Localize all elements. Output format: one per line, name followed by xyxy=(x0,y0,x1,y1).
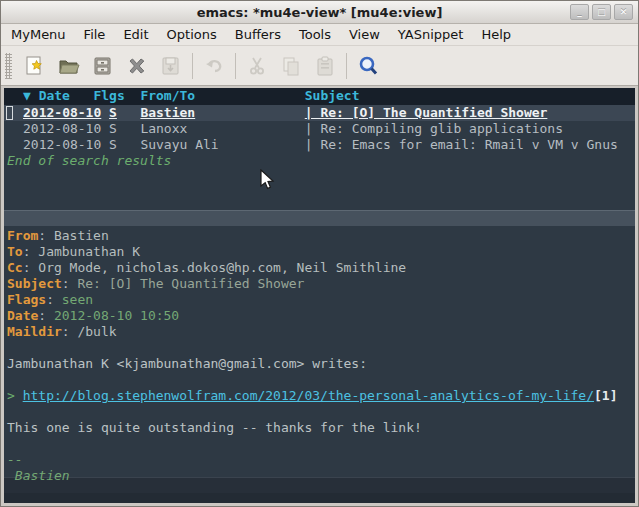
field-label-cc: Cc xyxy=(7,260,23,275)
message-row[interactable]: 2012-08-10 S Suvayu Ali | Re: Emacs for … xyxy=(4,137,635,153)
column-from[interactable]: From/To xyxy=(140,88,304,105)
row-date: 2012-08-10 xyxy=(23,105,109,121)
menu-bar: MyMenu File Edit Options Buffers Tools V… xyxy=(1,24,638,46)
save-button[interactable] xyxy=(86,50,120,82)
menu-buffers[interactable]: Buffers xyxy=(235,27,281,42)
message-row-selected[interactable]: 2012-08-10 S Bastien | Re: [O] The Quant… xyxy=(4,105,635,121)
row-subject: | Re: [O] The Quantified Shower xyxy=(305,105,548,121)
column-subject[interactable]: Subject xyxy=(305,88,360,105)
menu-view[interactable]: View xyxy=(349,27,380,42)
toolbar-separator xyxy=(235,53,236,79)
field-label-subject: Subject xyxy=(7,276,62,291)
field-separator: : xyxy=(38,308,54,323)
row-from: Lanoxx xyxy=(140,121,304,137)
headers-column-header: ▼ Date Flgs From/To Subject xyxy=(4,88,635,105)
field-value-to[interactable]: Jambunathan K xyxy=(38,244,140,259)
paste-button[interactable] xyxy=(308,50,342,82)
row-subject: | Re: Compiling glib applications xyxy=(305,121,563,137)
mu4e-headers-buffer[interactable]: ▼ Date Flgs From/To Subject 2012-08-10 S… xyxy=(4,88,635,210)
row-flags: S xyxy=(109,121,140,137)
tool-bar xyxy=(1,46,638,86)
cut-button[interactable] xyxy=(240,50,274,82)
minimize-button[interactable]: _ xyxy=(570,4,589,20)
copy-icon xyxy=(279,54,303,78)
undo-icon xyxy=(202,54,226,78)
menu-help[interactable]: Help xyxy=(481,27,511,42)
menu-options[interactable]: Options xyxy=(167,27,217,42)
column-flags[interactable]: Flgs xyxy=(93,88,140,105)
field-label-from: From xyxy=(7,228,38,243)
field-separator: : xyxy=(23,244,39,259)
row-from: Suvayu Ali xyxy=(140,137,304,153)
row-flags: S xyxy=(109,105,140,121)
quote-prefix: > xyxy=(7,388,23,403)
field-value-flags: seen xyxy=(62,292,93,307)
open-folder-button[interactable] xyxy=(52,50,86,82)
body-writes-line: Jambunathan K <kjambunathan@gmail.com> w… xyxy=(7,356,635,372)
end-of-search-message: End of search results xyxy=(4,153,635,169)
toolbar-separator xyxy=(192,53,193,79)
close-button[interactable]: ✕ xyxy=(614,4,633,20)
field-label-date: Date xyxy=(7,308,38,323)
field-label-maildir: Maildir xyxy=(7,324,62,339)
search-icon xyxy=(356,54,380,78)
row-from: Bastien xyxy=(140,105,304,121)
menu-yasnippet[interactable]: YASnippet xyxy=(398,27,464,42)
body-comment-line: This one is quite outstanding -- thanks … xyxy=(7,420,635,436)
copy-button[interactable] xyxy=(274,50,308,82)
toolbar-separator xyxy=(346,53,347,79)
field-separator: : xyxy=(46,292,62,307)
field-value-subject: Re: [O] The Quantified Shower xyxy=(77,276,304,291)
delete-x-icon xyxy=(125,54,149,78)
field-value-cc[interactable]: Org Mode, nicholas.dokos@hp.com, Neil Sm… xyxy=(38,260,406,275)
menu-tools[interactable]: Tools xyxy=(299,27,331,42)
emacs-frame: ▼ Date Flgs From/To Subject 2012-08-10 S… xyxy=(4,88,635,503)
row-flags: S xyxy=(109,137,140,153)
field-separator: : xyxy=(38,228,54,243)
link-footnote-number: [1] xyxy=(594,388,617,403)
field-separator: : xyxy=(62,324,78,339)
text-cursor xyxy=(6,106,13,120)
field-separator: : xyxy=(23,260,39,275)
paste-clipboard-icon xyxy=(313,54,337,78)
row-date: 2012-08-10 xyxy=(23,137,109,153)
mu4e-view-buffer[interactable]: From: Bastien To: Jambunathan K Cc: Org … xyxy=(4,226,635,477)
search-button[interactable] xyxy=(351,50,385,82)
delete-button[interactable] xyxy=(120,50,154,82)
field-separator: : xyxy=(62,276,78,291)
field-value-date: 2012-08-10 10:50 xyxy=(54,308,179,323)
row-date: 2012-08-10 xyxy=(23,121,109,137)
title-bar[interactable]: emacs: *mu4e-view* [mu4e:view] _ □ ✕ xyxy=(1,1,638,24)
new-file-icon xyxy=(23,54,47,78)
save-as-button[interactable] xyxy=(154,50,188,82)
field-value-maildir[interactable]: /bulk xyxy=(77,324,116,339)
undo-button[interactable] xyxy=(197,50,231,82)
save-as-icon xyxy=(159,54,183,78)
toolbar-drag-handle[interactable] xyxy=(5,53,12,79)
minibuffer[interactable] xyxy=(4,493,635,503)
field-value-from[interactable]: Bastien xyxy=(54,228,109,243)
mouse-pointer-icon xyxy=(259,169,277,195)
field-label-flags: Flags xyxy=(7,292,46,307)
mu4e-view-modeline[interactable]: *mu4e-view* ( 1, 0) [All/372] [mu4e:view… xyxy=(4,477,635,493)
menu-mymenu[interactable]: MyMenu xyxy=(11,27,66,42)
save-icon xyxy=(91,54,115,78)
menu-edit[interactable]: Edit xyxy=(123,27,148,42)
maximize-button[interactable]: □ xyxy=(592,4,611,20)
sort-indicator-icon[interactable]: ▼ xyxy=(23,88,39,105)
mu4e-headers-modeline[interactable]: *mu4e-headers* ( 1, 0) [All/275] [mu4e-h… xyxy=(4,210,635,226)
open-folder-icon xyxy=(57,54,81,78)
column-date[interactable]: Date xyxy=(39,88,94,105)
menu-file[interactable]: File xyxy=(84,27,106,42)
message-row[interactable]: 2012-08-10 S Lanoxx | Re: Compiling glib… xyxy=(4,121,635,137)
body-hyperlink[interactable]: http://blog.stephenwolfram.com/2012/03/t… xyxy=(23,388,594,403)
window-controls: _ □ ✕ xyxy=(570,4,633,20)
row-subject: | Re: Emacs for email: Rmail v VM v Gnus xyxy=(305,137,618,153)
field-label-to: To xyxy=(7,244,23,259)
emacs-window: emacs: *mu4e-view* [mu4e:view] _ □ ✕ MyM… xyxy=(0,0,639,507)
window-title: emacs: *mu4e-view* [mu4e:view] xyxy=(1,5,638,20)
signature-dashes: -- xyxy=(7,452,635,468)
new-file-button[interactable] xyxy=(18,50,52,82)
cut-scissors-icon xyxy=(245,54,269,78)
